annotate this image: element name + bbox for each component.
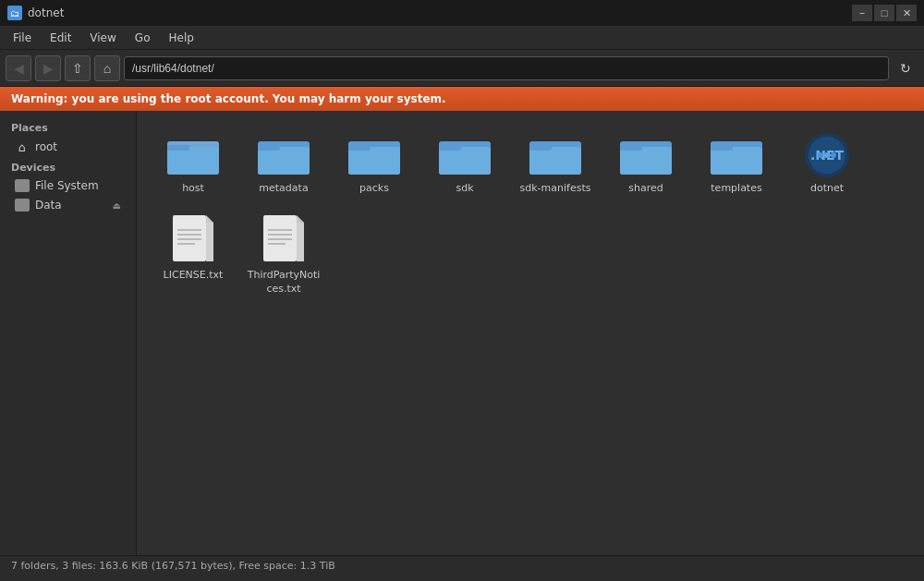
file-item-templates[interactable]: templates — [695, 126, 778, 201]
sidebar-root-label: root — [35, 140, 57, 153]
svg-point-25 — [818, 152, 823, 158]
folder-icon-shared — [620, 132, 672, 178]
sidebar-filesystem-label: File System — [35, 179, 99, 192]
folder-icon-templates — [711, 132, 762, 178]
menu-help[interactable]: Help — [159, 29, 202, 47]
file-item-license[interactable]: LICENSE.txt — [152, 209, 235, 302]
address-bar[interactable] — [124, 56, 889, 80]
up-button[interactable]: ⇧ — [65, 55, 91, 81]
file-label-metadata: metadata — [259, 182, 308, 195]
folder-icon-sdk-manifests — [529, 132, 581, 178]
file-item-sdk-manifests[interactable]: sdk-manifests — [514, 126, 597, 201]
menu-view[interactable]: View — [80, 29, 125, 47]
drive-icon — [15, 179, 30, 192]
main-area: Places ⌂ root Devices File System Data ⏏ — [0, 111, 924, 555]
home-icon: ⌂ — [15, 139, 30, 154]
reload-button[interactable]: ↻ — [893, 55, 918, 81]
titlebar-left: 🗂 dotnet — [7, 6, 64, 20]
file-label-thirdparty: ThirdPartyNotices.txt — [247, 269, 321, 296]
file-item-shared[interactable]: shared — [604, 126, 687, 201]
file-label-templates: templates — [711, 182, 761, 195]
places-section-title: Places — [0, 118, 136, 136]
svg-rect-37 — [297, 223, 304, 261]
window-title: dotnet — [28, 6, 64, 19]
statusbar-text: 7 folders, 3 files: 163.6 KiB (167,571 b… — [11, 560, 335, 572]
window-controls: − □ ✕ — [852, 5, 917, 21]
file-item-thirdparty[interactable]: ThirdPartyNotices.txt — [242, 209, 325, 302]
folder-icon-metadata — [258, 132, 310, 178]
sidebar: Places ⌂ root Devices File System Data ⏏ — [0, 111, 137, 555]
file-label-shared: shared — [628, 182, 663, 195]
svg-rect-20 — [711, 147, 762, 175]
file-item-sdk[interactable]: sdk — [423, 126, 506, 201]
menubar: File Edit View Go Help — [0, 26, 924, 50]
svg-rect-18 — [620, 145, 642, 151]
sidebar-item-filesystem[interactable]: File System — [4, 176, 132, 195]
sidebar-item-data[interactable]: Data ⏏ — [4, 196, 132, 214]
svg-rect-9 — [348, 145, 371, 151]
toolbar: ◀ ▶ ⇧ ⌂ ↻ — [0, 50, 924, 87]
titlebar: 🗂 dotnet − □ ✕ — [0, 0, 924, 26]
svg-rect-2 — [167, 147, 219, 175]
svg-rect-3 — [167, 145, 189, 151]
minimize-button[interactable]: − — [852, 5, 872, 21]
warning-text: Warning: you are using the root account.… — [11, 92, 446, 105]
file-item-host[interactable]: host — [152, 126, 235, 201]
home-button[interactable]: ⌂ — [94, 55, 120, 81]
app-icon-dotnet: .NET — [804, 132, 850, 178]
sidebar-item-root[interactable]: ⌂ root — [4, 137, 132, 157]
svg-rect-11 — [439, 147, 491, 175]
svg-rect-12 — [439, 145, 461, 151]
back-button[interactable]: ◀ — [6, 55, 31, 81]
svg-marker-29 — [206, 215, 213, 223]
devices-section-title: Devices — [0, 158, 136, 176]
svg-rect-14 — [529, 147, 581, 175]
svg-rect-6 — [258, 145, 280, 151]
text-file-icon-license — [173, 215, 213, 265]
svg-rect-28 — [173, 215, 206, 261]
sidebar-data-label: Data — [35, 199, 62, 212]
file-label-host: host — [182, 182, 204, 195]
svg-point-26 — [824, 152, 830, 158]
file-item-metadata[interactable]: metadata — [242, 126, 325, 201]
app-icon: 🗂 — [7, 6, 22, 20]
file-label-sdk: sdk — [456, 182, 473, 195]
file-item-packs[interactable]: packs — [333, 126, 416, 201]
svg-rect-5 — [258, 147, 310, 175]
close-button[interactable]: ✕ — [896, 5, 917, 21]
file-label-license: LICENSE.txt — [164, 269, 224, 282]
folder-icon-packs — [348, 132, 400, 178]
file-label-packs: packs — [359, 182, 389, 195]
svg-rect-8 — [348, 147, 400, 175]
svg-rect-35 — [263, 215, 297, 261]
statusbar: 7 folders, 3 files: 163.6 KiB (167,571 b… — [0, 555, 924, 575]
folder-icon-sdk — [439, 132, 491, 178]
maximize-button[interactable]: □ — [874, 5, 894, 21]
svg-rect-21 — [711, 145, 733, 151]
eject-icon: ⏏ — [113, 200, 121, 211]
menu-go[interactable]: Go — [126, 29, 160, 47]
svg-rect-15 — [529, 145, 552, 151]
menu-edit[interactable]: Edit — [41, 29, 80, 47]
file-label-dotnet: dotnet — [810, 182, 844, 195]
drive-icon-data — [15, 199, 30, 212]
svg-marker-36 — [297, 215, 304, 223]
files-grid: host metadata packs — [152, 126, 909, 302]
file-label-sdk-manifests: sdk-manifests — [520, 182, 591, 195]
file-item-dotnet[interactable]: .NET dotnet — [785, 126, 869, 201]
warning-bar: Warning: you are using the root account.… — [0, 87, 924, 111]
svg-rect-17 — [620, 147, 672, 175]
file-area: host metadata packs — [137, 111, 924, 555]
text-file-icon-thirdparty — [263, 215, 304, 265]
svg-rect-30 — [206, 223, 213, 261]
forward-button[interactable]: ▶ — [35, 55, 61, 81]
menu-file[interactable]: File — [4, 29, 41, 47]
svg-point-27 — [831, 152, 836, 158]
folder-icon-host — [167, 132, 219, 178]
